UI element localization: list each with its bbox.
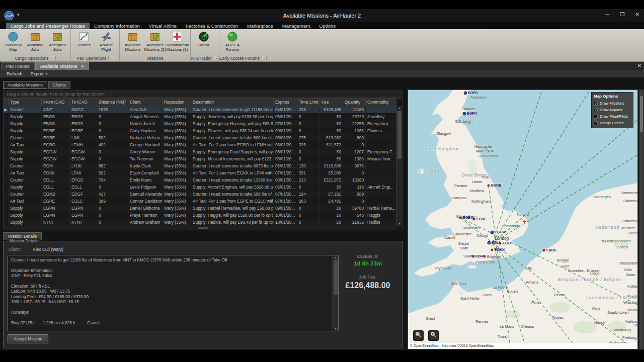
table-row[interactable]: SupplyEBOSEBOS0Niamh JarrettWary (35%)Su… [4, 120, 396, 127]
ribbon-button-ah2-ea-forums[interactable]: AH2 EA Forums [221, 31, 244, 52]
map-label-gloucester: Gloucester [453, 232, 471, 236]
table-row[interactable]: ▶Courier4IN7KMCC1576Alex CullWary (35%)C… [4, 106, 396, 113]
cell-client: Samuel Alexander [128, 191, 163, 198]
menu-tab-management[interactable]: Management [278, 23, 314, 29]
column-header-type[interactable]: Type [9, 99, 42, 106]
menu-tab-factories-construction[interactable]: Factories & Construction [181, 23, 243, 29]
airport-marker-eggw[interactable] [491, 231, 494, 234]
mission-description-box[interactable]: Courier: I need someone to get 11166 lbs… [8, 255, 339, 331]
chevron-down-icon[interactable]: ⌄ [108, 56, 113, 60]
description-scrollbar[interactable]: ▲ ▼ [333, 255, 338, 331]
ribbon-button-available-jobs[interactable]: Available Jobs [24, 31, 46, 52]
ribbon-button-humanitarian-missions-1[interactable]: Humanitarian Missions (1) [166, 31, 188, 52]
scroll-down-icon[interactable]: ▼ [333, 327, 338, 330]
close-icon[interactable]: ✕ [634, 12, 641, 17]
map-option-draw-missions[interactable]: ✓Draw Missions [594, 100, 631, 107]
pane-close-icon[interactable]: ✕ [637, 63, 641, 68]
ribbon-button-accepted-jobs[interactable]: Accepted Jobs [46, 31, 68, 52]
table-row[interactable]: SupplyEGLLEGLL0Lexie PidgeonWary (35%)Su… [4, 184, 396, 191]
airport-marker-egkk[interactable] [491, 249, 494, 251]
airport-marker-egpn[interactable] [463, 112, 466, 116]
map-option-draw-fleet-pilots[interactable]: Draw Fleet/Pilots [594, 113, 631, 120]
table-row[interactable]: CourierEGBELIML592Nicholas NelsonWary (3… [4, 134, 396, 141]
column-header-from-icao[interactable]: From ICAO [42, 99, 70, 106]
table-row[interactable]: SupplyKTNTKTNT0Andrew GrahamWary (35%)Su… [4, 219, 396, 226]
column-header-fee[interactable]: Fee [320, 99, 343, 106]
airport-marker-egnb[interactable] [488, 185, 490, 187]
table-row[interactable]: SupplyEGGWEGGW0Corey WarnerWary (35%)Sup… [4, 148, 396, 155]
scroll-up-icon[interactable]: ▲ [397, 107, 402, 110]
map-option-draw-airports[interactable]: ✓Draw Airports [594, 107, 631, 113]
menu-tab-company-information[interactable]: Company Information [90, 23, 144, 29]
menu-tab-cargo-jobs-and-passenger-routes[interactable]: Cargo Jobs and Passenger Routes [6, 23, 90, 29]
checkbox-draw-fleet-pilots[interactable] [594, 115, 598, 119]
close-tab-icon[interactable]: ✕ [80, 64, 84, 69]
table-row[interactable]: Air TaxiEGBOLFMH492George HartwellWary (… [4, 141, 396, 148]
minimize-icon[interactable]: ─ [604, 12, 611, 17]
accept-mission-button[interactable]: Accept Mission [8, 334, 48, 343]
table-row[interactable]: SupplyEBOSEBOS0Abigail StevensWary (35%)… [4, 113, 396, 120]
checkbox-range-circles[interactable] [594, 121, 598, 125]
menu-tab-marketplace[interactable]: Marketplace [243, 23, 278, 29]
table-row[interactable]: SupplyEGPNEGPN0Freya HarrisonWary (35%)S… [4, 212, 396, 219]
ribbon-button-radar[interactable]: Radar [193, 31, 215, 48]
refresh-button[interactable]: Refresh [3, 71, 27, 76]
scrollbar-thumb[interactable] [397, 111, 401, 159]
zoom-in-button[interactable] [428, 330, 439, 341]
airport-marker-egpd[interactable] [464, 92, 467, 95]
column-header-description[interactable]: Description [191, 99, 274, 106]
pane-vertical-scrollbar[interactable] [639, 89, 644, 349]
doc-tab-pax-routes[interactable]: Pax Routes [1, 62, 35, 70]
table-horizontal-scrollbar[interactable] [4, 226, 396, 230]
column-header-quantity[interactable]: Quantity [343, 99, 366, 106]
airport-marker-egbe[interactable] [473, 218, 475, 221]
table-row[interactable]: CourierEGHILHJK862Kayla ClarkWary (35%)C… [4, 162, 396, 169]
column-header-commodity[interactable]: Commodity [366, 99, 396, 106]
airport-marker-eghi[interactable] [472, 255, 474, 258]
ribbon-button-available-missions[interactable]: Available Missions [122, 31, 144, 52]
cell-client: Freya Harrison [128, 212, 163, 219]
airport-marker-ebos[interactable] [543, 249, 545, 252]
maximize-icon[interactable]: ❐ [619, 12, 626, 17]
mission-map[interactable]: AberdeenDundeeEdinburghGlasgowNewcastleu… [408, 89, 638, 349]
checkbox-draw-airports[interactable]: ✓ [594, 108, 598, 112]
ribbon-button-accepted-missions-2[interactable]: Accepted Missions (2) [144, 31, 166, 52]
column-header-to-icao[interactable]: To ICAO [70, 99, 97, 106]
table-row[interactable]: SupplyEGPNEGPN0Daniel GisborneWary (35%)… [4, 205, 396, 212]
column-header-distance-nm[interactable]: Distance (NM) [97, 99, 128, 106]
airport-marker-egll[interactable] [488, 241, 491, 245]
chevron-down-icon[interactable]: ⌄ [51, 56, 56, 60]
airport-marker-eglc[interactable] [499, 242, 502, 245]
table-row[interactable]: Air TaxiEGPEEGLC389Connor DavidsonWary (… [4, 198, 396, 205]
table-row[interactable]: SupplyEGBEEGBE0Cody HopkinsWary (35%)Sup… [4, 127, 396, 134]
export-button[interactable]: Export▼ [27, 71, 52, 76]
airport-marker-egbo[interactable] [459, 217, 462, 219]
scrollbar-thumb[interactable] [198, 227, 208, 229]
menu-tab-virtual-airline[interactable]: Virtual Airline [144, 23, 181, 29]
table-row[interactable]: SupplyEGGWEGGW0Tia FreemanWary (35%)Supp… [4, 155, 396, 162]
column-header-reputation[interactable]: Reputation [163, 99, 191, 106]
scrollbar-thumb[interactable] [640, 96, 643, 132]
menu-tab-options[interactable]: Options [314, 23, 340, 29]
doc-tab-available-missions[interactable]: Available Missions✕ [35, 62, 90, 70]
map-option-range-circles[interactable]: Range Circles [594, 120, 631, 126]
checkbox-draw-missions[interactable]: ✓ [594, 102, 598, 106]
scroll-down-icon[interactable]: ▼ [397, 222, 402, 225]
sub-tab-available-missions[interactable]: Available Missions [3, 81, 47, 89]
table-row[interactable]: CourierEGLLEPGD704Emily MannWary (35%)Co… [4, 176, 396, 184]
table-row[interactable]: CourierEGNBEDGF417Samuel AlexanderWary (… [4, 191, 396, 198]
table-row[interactable]: Air TaxiEGKKLFMI502Elijah CampbellWary (… [4, 169, 396, 176]
row-indicator [4, 162, 9, 169]
ribbon-button-ad-hoc-flight[interactable]: Ad-hoc Flight [95, 31, 117, 52]
ribbon-button-routes[interactable]: Routes [73, 31, 95, 48]
column-header-client[interactable]: Client [128, 99, 163, 106]
column-header-time-limit[interactable]: Time Limit [297, 99, 320, 106]
sub-tab-clients[interactable]: Clients [48, 81, 70, 89]
ribbon-button-overview-map[interactable]: Overview Map [2, 31, 24, 52]
column-header-expires[interactable]: Expires [274, 99, 297, 106]
chevron-down-icon[interactable]: ⌄ [214, 56, 219, 60]
zoom-out-button[interactable] [413, 330, 424, 341]
mission-marker[interactable] [484, 255, 486, 258]
chevron-down-icon[interactable]: ⌄ [262, 56, 267, 60]
table-vertical-scrollbar[interactable]: ▲ ▼ [396, 106, 402, 226]
